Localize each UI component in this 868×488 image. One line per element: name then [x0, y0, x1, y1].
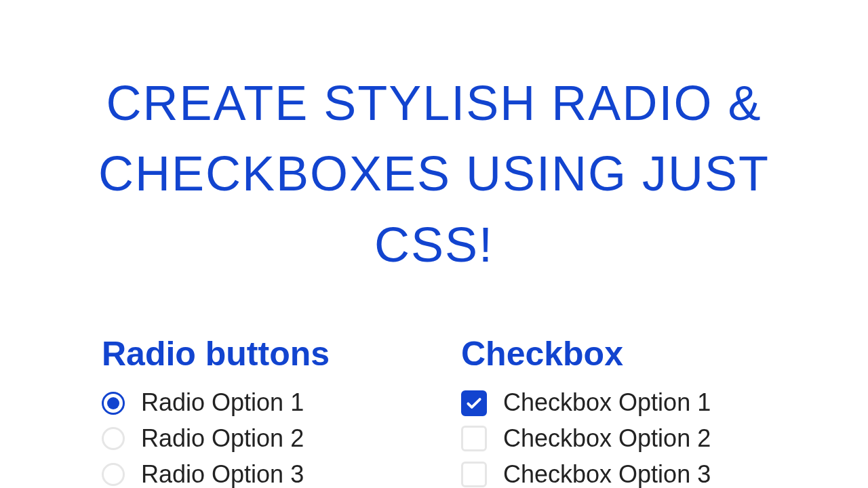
radio-heading: Radio buttons [102, 334, 407, 373]
checkbox-icon [461, 390, 487, 416]
checkbox-icon [461, 426, 487, 451]
radio-option-label: Radio Option 2 [141, 423, 304, 455]
radio-option-3[interactable]: Radio Option 3 [102, 459, 407, 488]
checkbox-option-1[interactable]: Checkbox Option 1 [461, 387, 766, 419]
radio-option-2[interactable]: Radio Option 2 [102, 423, 407, 455]
check-icon [465, 394, 483, 412]
columns: Radio buttons Radio Option 1 Radio Optio… [75, 334, 793, 488]
checkbox-section: Checkbox Checkbox Option 1 Checkbox Opti… [461, 334, 766, 488]
checkbox-option-label: Checkbox Option 1 [503, 387, 711, 419]
page: CREATE STYLISH RADIO & CHECKBOXES USING … [0, 0, 868, 488]
radio-icon [102, 463, 125, 486]
radio-option-label: Radio Option 3 [141, 459, 304, 488]
radio-icon [102, 392, 125, 415]
page-title: CREATE STYLISH RADIO & CHECKBOXES USING … [75, 68, 793, 280]
checkbox-option-3[interactable]: Checkbox Option 3 [461, 459, 766, 488]
checkbox-option-2[interactable]: Checkbox Option 2 [461, 423, 766, 455]
checkbox-icon [461, 462, 487, 487]
radio-option-1[interactable]: Radio Option 1 [102, 387, 407, 419]
checkbox-option-label: Checkbox Option 3 [503, 459, 711, 488]
radio-icon [102, 427, 125, 450]
checkbox-heading: Checkbox [461, 334, 766, 373]
checkbox-option-label: Checkbox Option 2 [503, 423, 711, 455]
radio-option-label: Radio Option 1 [141, 387, 304, 419]
radio-section: Radio buttons Radio Option 1 Radio Optio… [102, 334, 407, 488]
